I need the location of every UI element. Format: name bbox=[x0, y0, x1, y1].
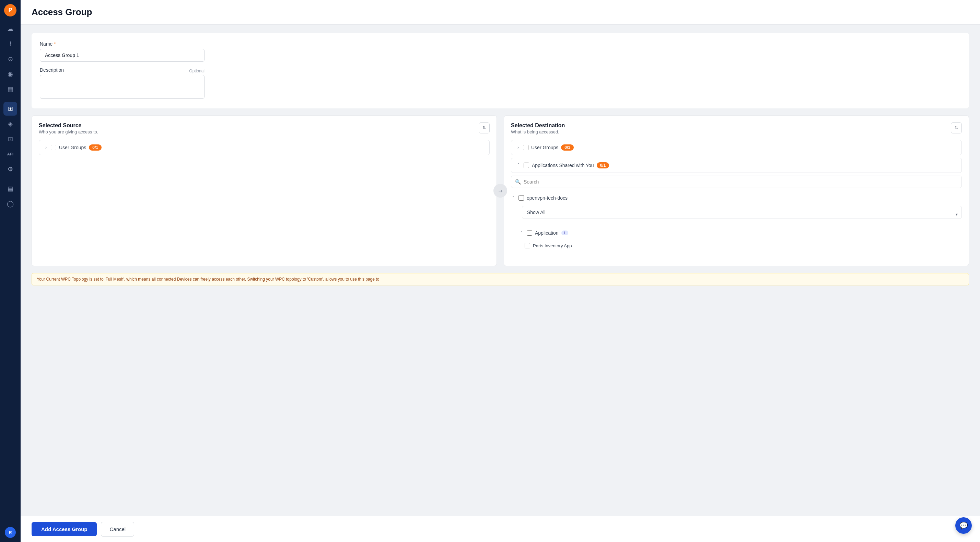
dest-user-groups-label: User Groups bbox=[531, 145, 558, 150]
sidebar-item-globe[interactable]: ◉ bbox=[3, 67, 17, 81]
info-banner: Your Current WPC Topology is set to 'Ful… bbox=[32, 273, 969, 285]
name-label: Name * bbox=[40, 41, 961, 47]
sidebar-item-users[interactable]: ⊙ bbox=[3, 52, 17, 66]
page-title: Access Group bbox=[32, 7, 969, 17]
sidebar-item-shield[interactable]: ◈ bbox=[3, 117, 17, 131]
source-user-groups-checkbox[interactable] bbox=[51, 145, 56, 150]
logo[interactable]: P bbox=[4, 4, 16, 16]
source-panel-toggle[interactable]: ⇅ bbox=[479, 122, 490, 134]
bottom-bar: Add Access Group Cancel bbox=[21, 516, 980, 542]
sidebar-divider bbox=[5, 99, 16, 99]
dest-user-groups-checkbox[interactable] bbox=[523, 145, 528, 150]
description-label: Description bbox=[40, 67, 64, 73]
dest-apps-shared-row: ˄ Applications Shared with You 0/1 bbox=[511, 158, 962, 173]
sidebar-item-chart[interactable]: ⌇ bbox=[3, 37, 17, 51]
dest-user-groups-badge: 0/1 bbox=[561, 145, 574, 151]
openvpn-chevron[interactable]: ˄ bbox=[511, 195, 516, 201]
main-content: Access Group Name * Description Optional bbox=[21, 0, 980, 542]
application-expand-row: ˄ Application 1 bbox=[519, 227, 962, 239]
parts-inventory-label: Parts Inventory App bbox=[533, 243, 572, 248]
form-card: Name * Description Optional bbox=[32, 33, 969, 108]
sidebar-item-layers[interactable]: ▦ bbox=[3, 82, 17, 96]
dest-user-groups-chevron[interactable]: › bbox=[516, 145, 520, 151]
search-container: 🔍 bbox=[511, 176, 962, 188]
sidebar-item-billing[interactable]: ▤ bbox=[3, 182, 17, 196]
sidebar-item-support[interactable]: ◯ bbox=[3, 197, 17, 211]
application-section: ˄ Application 1 Parts Inventory App bbox=[511, 227, 962, 250]
show-all-wrapper: Show All Show Selected Show Unselected ▾ bbox=[511, 206, 962, 223]
sidebar-divider-2 bbox=[5, 179, 16, 179]
openvpn-expand-row: ˄ openvpn-tech-docs bbox=[511, 192, 962, 204]
optional-label: Optional bbox=[189, 68, 205, 73]
source-user-groups-row: › User Groups 0/1 bbox=[39, 140, 490, 155]
sidebar-item-cloud[interactable]: ☁ bbox=[3, 22, 17, 36]
source-panel-header: Selected Source Who you are giving acces… bbox=[39, 122, 490, 135]
search-icon: 🔍 bbox=[515, 179, 521, 184]
source-user-groups-label: User Groups bbox=[59, 145, 86, 150]
dest-apps-shared-checkbox[interactable] bbox=[523, 163, 529, 168]
sidebar-item-api[interactable]: API bbox=[3, 147, 17, 161]
cancel-button[interactable]: Cancel bbox=[101, 522, 134, 537]
source-user-groups-chevron[interactable]: › bbox=[44, 145, 48, 151]
show-all-select[interactable]: Show All Show Selected Show Unselected bbox=[522, 206, 962, 219]
search-input[interactable] bbox=[511, 176, 962, 188]
source-panel-title: Selected Source bbox=[39, 122, 98, 129]
sidebar-item-settings[interactable]: ⚙ bbox=[3, 162, 17, 176]
add-access-group-button[interactable]: Add Access Group bbox=[32, 522, 97, 536]
dest-apps-shared-badge: 0/1 bbox=[597, 162, 609, 168]
source-panel-subtitle: Who you are giving access to. bbox=[39, 129, 98, 135]
destination-panel: Selected Destination What is being acces… bbox=[504, 115, 969, 266]
openvpn-label: openvpn-tech-docs bbox=[527, 195, 568, 201]
content-area: Name * Description Optional Selected Sou… bbox=[21, 25, 980, 516]
chat-button[interactable]: 💬 bbox=[955, 517, 972, 534]
dest-apps-shared-chevron[interactable]: ˄ bbox=[516, 162, 521, 168]
openvpn-checkbox[interactable] bbox=[519, 195, 524, 201]
source-panel: Selected Source Who you are giving acces… bbox=[32, 115, 497, 266]
page-header: Access Group bbox=[21, 0, 980, 25]
arrow-connector: ➜ bbox=[493, 184, 507, 197]
description-textarea[interactable] bbox=[40, 75, 205, 99]
sidebar-user-avatar[interactable]: R bbox=[5, 527, 16, 538]
dest-apps-shared-label: Applications Shared with You bbox=[532, 163, 594, 168]
destination-panel-toggle[interactable]: ⇅ bbox=[951, 122, 962, 134]
required-star: * bbox=[54, 41, 56, 47]
application-checkbox[interactable] bbox=[527, 230, 532, 236]
chat-icon: 💬 bbox=[959, 521, 968, 530]
sidebar-item-grid[interactable]: ⊞ bbox=[3, 102, 17, 116]
destination-panel-title: Selected Destination bbox=[511, 122, 565, 129]
sidebar: P ☁ ⌇ ⊙ ◉ ▦ ⊞ ◈ ⊡ API ⚙ ▤ ◯ R bbox=[0, 0, 21, 542]
sidebar-item-dashboard[interactable]: ⊡ bbox=[3, 132, 17, 146]
source-user-groups-badge: 0/1 bbox=[89, 145, 102, 151]
parts-inventory-checkbox[interactable] bbox=[525, 243, 530, 248]
parts-inventory-row: Parts Inventory App bbox=[519, 241, 962, 250]
destination-panel-header: Selected Destination What is being acces… bbox=[511, 122, 962, 135]
panels-wrapper: Selected Source Who you are giving acces… bbox=[32, 115, 969, 266]
name-input[interactable] bbox=[40, 49, 205, 62]
destination-panel-subtitle: What is being accessed. bbox=[511, 129, 565, 135]
application-chevron[interactable]: ˄ bbox=[519, 230, 524, 236]
dest-user-groups-row: › User Groups 0/1 bbox=[511, 140, 962, 155]
application-label: Application bbox=[535, 230, 558, 236]
application-badge: 1 bbox=[562, 230, 568, 235]
